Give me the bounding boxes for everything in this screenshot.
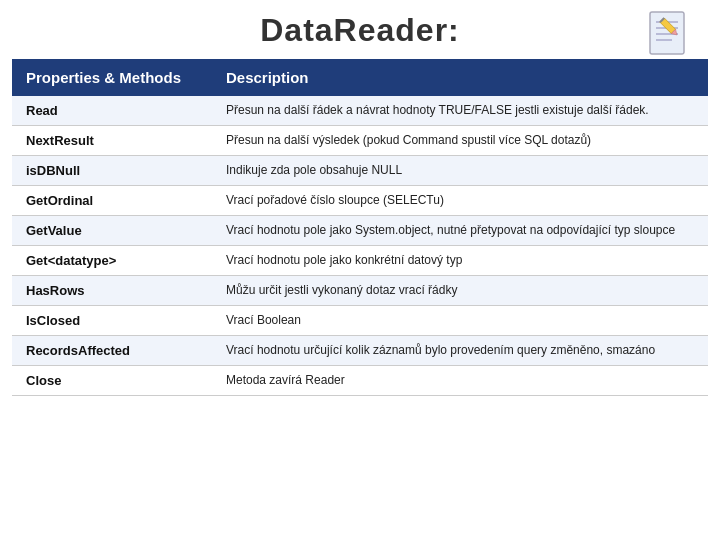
table-row: RecordsAffectedVrací hodnotu určující ko… [12, 336, 708, 366]
description-cell: Vrací hodnotu pole jako System.object, n… [212, 216, 708, 246]
method-cell: IsClosed [12, 306, 212, 336]
col-header-methods: Properties & Methods [12, 59, 212, 96]
table-row: NextResultPřesun na další výsledek (poku… [12, 126, 708, 156]
description-cell: Vrací hodnotu pole jako konkrétní datový… [212, 246, 708, 276]
svg-rect-0 [650, 12, 684, 54]
table-row: IsClosedVrací Boolean [12, 306, 708, 336]
table-row: GetValueVrací hodnotu pole jako System.o… [12, 216, 708, 246]
method-cell: HasRows [12, 276, 212, 306]
method-cell: NextResult [12, 126, 212, 156]
description-cell: Vrací Boolean [212, 306, 708, 336]
description-cell: Vrací hodnotu určující kolik záznamů byl… [212, 336, 708, 366]
table-header-row: Properties & Methods Description [12, 59, 708, 96]
table-row: CloseMetoda zavírá Reader [12, 366, 708, 396]
method-cell: RecordsAffected [12, 336, 212, 366]
table-row: ReadPřesun na další řádek a návrat hodno… [12, 96, 708, 126]
col-header-description: Description [212, 59, 708, 96]
notebook-icon [644, 8, 696, 60]
description-cell: Můžu určit jestli vykonaný dotaz vrací ř… [212, 276, 708, 306]
description-cell: Metoda zavírá Reader [212, 366, 708, 396]
description-cell: Vrací pořadové číslo sloupce (SELECTu) [212, 186, 708, 216]
method-cell: GetOrdinal [12, 186, 212, 216]
method-cell: Get<datatype> [12, 246, 212, 276]
table-row: Get<datatype>Vrací hodnotu pole jako kon… [12, 246, 708, 276]
page-title: DataReader: [0, 0, 720, 59]
description-cell: Indikuje zda pole obsahuje NULL [212, 156, 708, 186]
description-cell: Přesun na další výsledek (pokud Command … [212, 126, 708, 156]
method-cell: Read [12, 96, 212, 126]
table-row: GetOrdinalVrací pořadové číslo sloupce (… [12, 186, 708, 216]
table-row: isDBNullIndikuje zda pole obsahuje NULL [12, 156, 708, 186]
table-row: HasRowsMůžu určit jestli vykonaný dotaz … [12, 276, 708, 306]
table-container: Properties & Methods Description ReadPře… [12, 59, 708, 396]
method-cell: GetValue [12, 216, 212, 246]
method-cell: isDBNull [12, 156, 212, 186]
properties-table: Properties & Methods Description ReadPře… [12, 59, 708, 396]
description-cell: Přesun na další řádek a návrat hodnoty T… [212, 96, 708, 126]
method-cell: Close [12, 366, 212, 396]
